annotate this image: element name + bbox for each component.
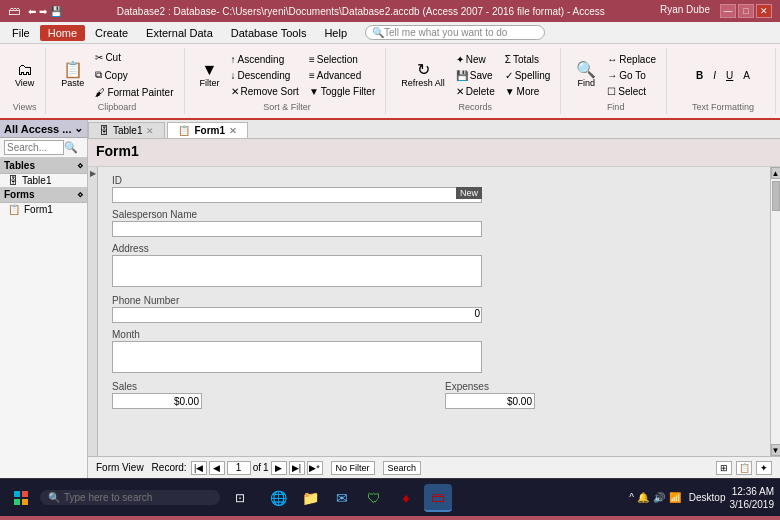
search-button[interactable]: Search xyxy=(383,461,422,475)
new-badge: New xyxy=(456,187,482,199)
tab-form1-label: Form1 xyxy=(194,125,225,136)
no-filter-button[interactable]: No Filter xyxy=(331,461,375,475)
taskbar-search-input[interactable] xyxy=(64,492,212,503)
nav-forms-header[interactable]: Forms ⋄ xyxy=(0,187,87,203)
scroll-down-button[interactable]: ▼ xyxy=(771,444,781,456)
tab-table1-close[interactable]: ✕ xyxy=(146,126,154,136)
nav-forms-toggle[interactable]: ⋄ xyxy=(77,189,83,200)
layout-view-button[interactable]: 📋 xyxy=(736,461,752,475)
scroll-thumb[interactable] xyxy=(772,181,780,211)
volume-icon[interactable]: 🔊 xyxy=(653,492,665,503)
menu-external-data[interactable]: External Data xyxy=(138,25,221,41)
ribbon-group-records: ↻ Refresh All ✦ New 💾 Save ✕ Delete xyxy=(390,48,561,114)
replace-button[interactable]: ↔ Replace xyxy=(603,52,660,67)
delete-button[interactable]: ✕ Delete xyxy=(452,84,499,99)
more-button[interactable]: ▼ More xyxy=(501,84,555,99)
title-bar-title: Database2 : Database- C:\Users\ryeni\Doc… xyxy=(117,6,605,17)
toggle-filter-button[interactable]: ▼ Toggle Filter xyxy=(305,84,379,99)
menu-help[interactable]: Help xyxy=(316,25,355,41)
taskbar-app1[interactable]: ♦ xyxy=(392,484,420,512)
record-next-button[interactable]: ▶ xyxy=(271,461,287,475)
tab-form1-close[interactable]: ✕ xyxy=(229,126,237,136)
desktop-label[interactable]: Desktop xyxy=(689,492,726,503)
italic-button[interactable]: I xyxy=(709,68,720,83)
taskbar-access[interactable]: 🗃 xyxy=(424,484,452,512)
taskbar-search[interactable]: 🔍 xyxy=(40,490,220,505)
record-prev-button[interactable]: ◀ xyxy=(209,461,225,475)
network-icon[interactable]: 📶 xyxy=(669,492,681,503)
underline-button[interactable]: U xyxy=(722,68,737,83)
address-label: Address xyxy=(112,243,758,254)
new-record-button[interactable]: ✦ New xyxy=(452,52,499,67)
go-to-button[interactable]: → Go To xyxy=(603,68,660,83)
taskbar-explorer[interactable]: 📁 xyxy=(296,484,324,512)
bold-button[interactable]: B xyxy=(692,68,707,83)
record-first-button[interactable]: |◀ xyxy=(191,461,207,475)
copy-button[interactable]: ⧉ Copy xyxy=(91,67,177,83)
record-new-button[interactable]: ▶* xyxy=(307,461,323,475)
find-label: Find xyxy=(578,78,596,88)
tell-me-search[interactable]: 🔍 Tell me what you want to do xyxy=(365,25,545,40)
expenses-input[interactable] xyxy=(445,393,535,409)
spelling-label: Spelling xyxy=(515,70,551,81)
record-last-button[interactable]: ▶| xyxy=(289,461,305,475)
view-buttons: ⊞ 📋 ✦ xyxy=(716,461,772,475)
clipboard-buttons: 📋 Paste ✂ Cut ⧉ Copy 🖌 Format Painter xyxy=(56,50,177,100)
scroll-up-button[interactable]: ▲ xyxy=(771,167,781,179)
nav-tables-toggle[interactable]: ⋄ xyxy=(77,160,83,171)
filter-button[interactable]: ▼ Filter xyxy=(195,59,225,91)
italic-icon: I xyxy=(713,70,716,81)
views-buttons: 🗂 View xyxy=(10,50,39,100)
nav-item-form1[interactable]: 📋 Form1 xyxy=(0,203,87,216)
refresh-all-button[interactable]: ↻ Refresh All xyxy=(396,59,450,91)
advanced-button[interactable]: ≡ Advanced xyxy=(305,68,379,83)
nav-header-title: All Access ... xyxy=(4,123,71,135)
maximize-button[interactable]: □ xyxy=(738,4,754,18)
find-button[interactable]: 🔍 Find xyxy=(571,59,601,91)
font-color-button[interactable]: A xyxy=(739,68,754,83)
task-view-button[interactable]: ⊡ xyxy=(228,486,252,510)
taskbar-security[interactable]: 🛡 xyxy=(360,484,388,512)
form-view-button[interactable]: ⊞ xyxy=(716,461,732,475)
menu-file[interactable]: File xyxy=(4,25,38,41)
taskbar-mail[interactable]: ✉ xyxy=(328,484,356,512)
title-bar-controls[interactable]: Ryan Dube — □ ✕ xyxy=(660,4,772,18)
totals-button[interactable]: Σ Totals xyxy=(501,52,555,67)
selection-button[interactable]: ≡ Selection xyxy=(305,52,379,67)
descending-button[interactable]: ↓ Descending xyxy=(227,68,303,83)
address-input[interactable] xyxy=(112,255,482,287)
save-button[interactable]: 💾 Save xyxy=(452,68,499,83)
close-button[interactable]: ✕ xyxy=(756,4,772,18)
nav-tables-header[interactable]: Tables ⋄ xyxy=(0,158,87,174)
start-button[interactable] xyxy=(6,484,36,512)
menu-database-tools[interactable]: Database Tools xyxy=(223,25,315,41)
select-button[interactable]: ☐ Select xyxy=(603,84,660,99)
nav-header-chevron[interactable]: ⌄ xyxy=(74,122,83,135)
nav-item-table1[interactable]: 🗄 Table1 xyxy=(0,174,87,187)
new-record-icon: ✦ xyxy=(456,54,464,65)
remove-sort-button[interactable]: ✕ Remove Sort xyxy=(227,84,303,99)
phone-number-input[interactable] xyxy=(112,307,482,323)
tab-table1[interactable]: 🗄 Table1 ✕ xyxy=(88,122,165,138)
format-painter-button[interactable]: 🖌 Format Painter xyxy=(91,85,177,100)
vertical-scrollbar[interactable]: ▲ ▼ xyxy=(770,167,780,456)
view-button[interactable]: 🗂 View xyxy=(10,59,39,91)
taskbar-edge[interactable]: 🌐 xyxy=(264,484,292,512)
salesperson-name-input[interactable] xyxy=(112,221,482,237)
month-input[interactable] xyxy=(112,341,482,373)
menu-home[interactable]: Home xyxy=(40,25,85,41)
paste-button[interactable]: 📋 Paste xyxy=(56,59,89,91)
sales-input[interactable] xyxy=(112,393,202,409)
spelling-button[interactable]: ✓ Spelling xyxy=(501,68,555,83)
minimize-button[interactable]: — xyxy=(720,4,736,18)
ascending-button[interactable]: ↑ Ascending xyxy=(227,52,303,67)
tab-form1[interactable]: 📋 Form1 ✕ xyxy=(167,122,248,138)
record-current-input[interactable] xyxy=(227,461,251,475)
nav-search-input[interactable] xyxy=(4,140,64,155)
design-view-button[interactable]: ✦ xyxy=(756,461,772,475)
id-input[interactable] xyxy=(112,187,482,203)
sort-filter-buttons: ▼ Filter ↑ Ascending ↓ Descending ✕ Remo… xyxy=(195,50,380,100)
nav-header[interactable]: All Access ... ⌄ xyxy=(0,120,87,138)
menu-create[interactable]: Create xyxy=(87,25,136,41)
cut-button[interactable]: ✂ Cut xyxy=(91,50,177,65)
